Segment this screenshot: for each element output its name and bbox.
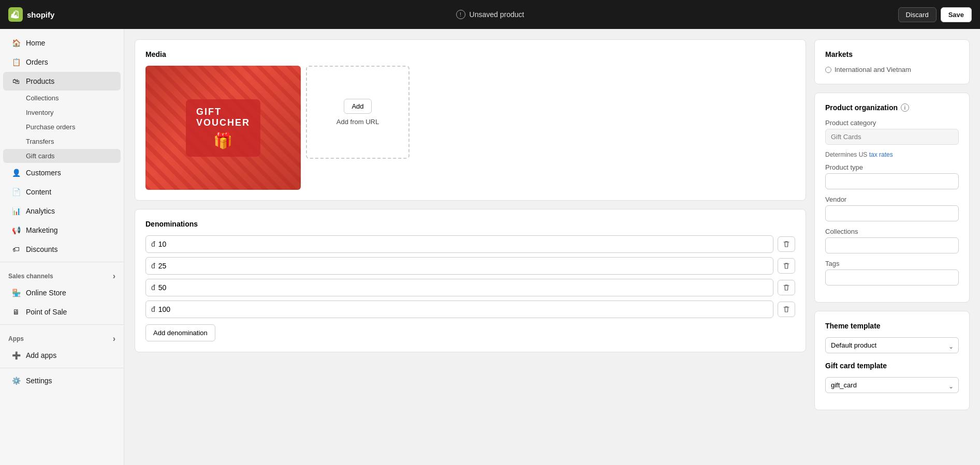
denomination-row-3: đ [145,279,795,296]
denominations-title: Denominations [145,220,795,228]
gift-box-icon: 🎁 [213,131,232,149]
gift-card-template-title: Gift card template [825,362,959,370]
add-denomination-button[interactable]: Add denomination [145,324,215,341]
shopify-logo: shopify [8,7,54,22]
apps-expand-icon[interactable]: › [113,334,115,343]
delete-denomination-2[interactable] [778,258,795,274]
denomination-field-1[interactable] [158,240,768,248]
collections-label: Collections [825,228,959,235]
tags-label: Tags [825,260,959,267]
denomination-prefix-1: đ [151,240,155,248]
topnav-actions: Discard Save [898,7,972,22]
topnav: shopify ! Unsaved product Discard Save [0,0,980,29]
add-media-button[interactable]: Add [344,99,371,114]
theme-template-card: Theme template Default product ⌄ Gift ca… [814,311,970,410]
sidebar-divider-3 [0,368,124,368]
sidebar-item-home[interactable]: 🏠 Home [3,34,121,52]
product-org-card: Product organization i Product category … [814,93,970,303]
media-image: GIFTVOUCHER 🎁 [145,66,301,190]
denomination-field-2[interactable] [158,262,768,270]
sidebar-item-analytics[interactable]: 📊 Analytics [3,202,121,220]
delete-denomination-1[interactable] [778,236,795,252]
denomination-field-3[interactable] [158,283,768,292]
media-placeholder: Add Add from URL [306,66,409,159]
category-label: Product category [825,119,959,127]
delete-denomination-3[interactable] [778,280,795,295]
sidebar-sub-collections[interactable]: Collections [3,91,121,105]
add-from-url-link[interactable]: Add from URL [337,118,379,126]
denomination-field-4[interactable] [158,305,768,313]
layout: 🏠 Home 📋 Orders 🛍 Products Collections I… [0,29,980,465]
gift-card-template-select[interactable]: gift_card [825,377,959,393]
sidebar-item-online-store[interactable]: 🏪 Online Store [3,283,121,302]
main-right: Markets International and Vietnam Produc… [814,39,970,455]
denominations-card: Denominations đ đ [135,209,806,352]
sidebar: 🏠 Home 📋 Orders 🛍 Products Collections I… [0,29,124,465]
denomination-input-wrapper-2: đ [145,257,773,275]
info-icon: i [901,103,909,112]
sidebar-item-discounts[interactable]: 🏷 Discounts [3,240,121,259]
denomination-input-wrapper-3: đ [145,279,773,296]
sidebar-divider-1 [0,262,124,262]
sidebar-item-products[interactable]: 🛍 Products [3,72,121,91]
logo-text: shopify [27,10,54,19]
markets-label: International and Vietnam [825,66,959,73]
content-icon: 📄 [11,187,21,197]
main-left: Media GIFTVOUCHER 🎁 [135,39,806,455]
sidebar-sub-purchase-orders[interactable]: Purchase orders [3,120,121,134]
category-value: Gift Cards [825,129,959,145]
products-icon: 🛍 [11,77,21,86]
sales-channels-section: Sales channels › [0,265,124,283]
customers-icon: 👤 [11,168,21,177]
warning-icon: ! [456,10,465,19]
denomination-prefix-2: đ [151,262,155,270]
discounts-icon: 🏷 [11,245,21,254]
sidebar-sub-gift-cards[interactable]: Gift cards [3,149,121,163]
vendor-input[interactable] [825,205,959,221]
home-icon: 🏠 [11,38,21,48]
page-title: Unsaved product [470,10,524,19]
denomination-row-2: đ [145,257,795,275]
sidebar-item-marketing[interactable]: 📢 Marketing [3,221,121,239]
collections-input[interactable] [825,237,959,253]
gift-voucher-text: GIFTVOUCHER [196,107,250,128]
orders-icon: 📋 [11,57,21,67]
delete-denomination-4[interactable] [778,302,795,317]
product-type-label: Product type [825,163,959,171]
denomination-row-4: đ [145,301,795,318]
sidebar-sub-inventory[interactable]: Inventory [3,106,121,119]
add-apps-icon: ➕ [11,351,21,360]
theme-template-select[interactable]: Default product [825,337,959,353]
sidebar-sub-transfers[interactable]: Transfers [3,134,121,148]
media-grid: GIFTVOUCHER 🎁 Add Add from URL [145,66,795,190]
media-card: Media GIFTVOUCHER 🎁 [135,39,806,201]
tax-rates-link[interactable]: tax rates [869,151,893,158]
denomination-row-1: đ [145,235,795,253]
sidebar-item-content[interactable]: 📄 Content [3,183,121,201]
product-type-input[interactable] [825,173,959,189]
apps-section: Apps › [0,328,124,346]
sidebar-divider-2 [0,324,124,325]
tags-input[interactable] [825,269,959,286]
denomination-prefix-4: đ [151,305,155,313]
sidebar-item-settings[interactable]: ⚙️ Settings [3,371,121,390]
svg-rect-0 [8,7,23,22]
discard-button[interactable]: Discard [898,7,937,22]
online-store-icon: 🏪 [11,288,21,297]
save-button[interactable]: Save [941,7,972,22]
markets-card: Markets International and Vietnam [814,39,970,84]
sidebar-item-add-apps[interactable]: ➕ Add apps [3,346,121,365]
sidebar-item-orders[interactable]: 📋 Orders [3,53,121,71]
vendor-label: Vendor [825,196,959,203]
analytics-icon: 📊 [11,206,21,216]
sidebar-item-point-of-sale[interactable]: 🖥 Point of Sale [3,303,121,321]
page-title-wrapper: ! Unsaved product [456,10,524,19]
denomination-prefix-3: đ [151,283,155,292]
theme-template-title: Theme template [825,322,959,330]
market-circle-icon [825,67,831,73]
sidebar-item-customers[interactable]: 👤 Customers [3,163,121,182]
markets-title: Markets [825,50,959,58]
theme-select-wrapper: Default product ⌄ [825,337,959,359]
expand-icon[interactable]: › [113,272,115,281]
denomination-input-wrapper-1: đ [145,235,773,253]
